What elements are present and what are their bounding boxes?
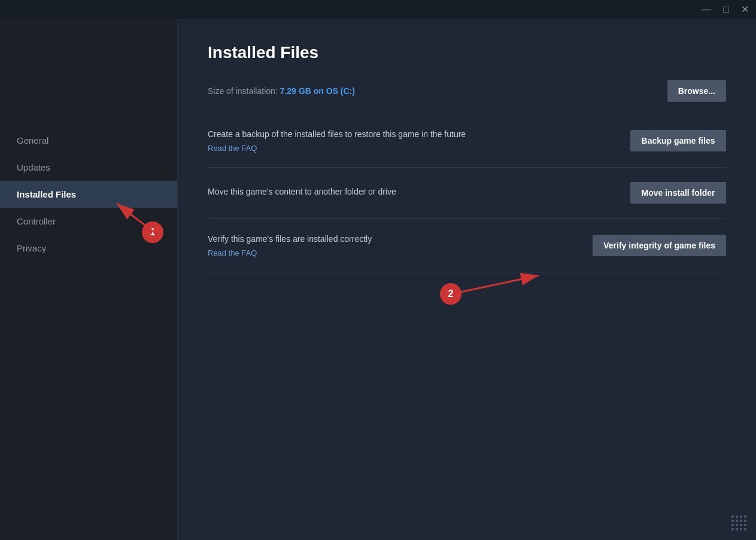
sidebar-item-general[interactable]: General — [0, 127, 177, 154]
sidebar-item-controller[interactable]: Controller — [0, 208, 177, 235]
verify-faq-link[interactable]: Read the FAQ — [208, 248, 257, 257]
page-title: Installed Files — [208, 43, 726, 62]
move-section-row: Move this game's content to another fold… — [208, 168, 726, 219]
sidebar-item-installed-files[interactable]: Installed Files — [0, 181, 177, 208]
move-section-text: Move this game's content to another fold… — [208, 186, 630, 201]
main-content: Installed Files Size of installation: 7.… — [178, 19, 756, 540]
verify-section-text: Verify this game's files are installed c… — [208, 233, 593, 257]
browse-button[interactable]: Browse... — [667, 80, 726, 102]
backup-section-text: Create a backup of the installed files t… — [208, 128, 630, 153]
minimize-button[interactable]: — — [699, 4, 714, 16]
installation-size-value: 7.29 GB on OS (C:) — [280, 86, 355, 96]
backup-game-files-button[interactable]: Backup game files — [630, 130, 726, 151]
verify-integrity-button[interactable]: Verify integrity of game files — [593, 235, 726, 256]
sidebar: General Updates Installed Files Controll… — [0, 19, 178, 540]
installation-size-label: Size of installation: 7.29 GB on OS (C:) — [208, 86, 355, 96]
verify-description: Verify this game's files are installed c… — [208, 233, 575, 245]
verify-section-row: Verify this game's files are installed c… — [208, 219, 726, 272]
move-install-folder-button[interactable]: Move install folder — [630, 182, 726, 204]
window: — □ ✕ General Updates Installed Files Co… — [0, 0, 756, 540]
backup-faq-link[interactable]: Read the FAQ — [208, 144, 257, 153]
title-bar: — □ ✕ — [0, 0, 756, 19]
installation-size-row: Size of installation: 7.29 GB on OS (C:)… — [208, 80, 726, 102]
close-button[interactable]: ✕ — [739, 4, 751, 16]
backup-description: Create a backup of the installed files t… — [208, 128, 612, 141]
content-area: General Updates Installed Files Controll… — [0, 19, 756, 540]
sidebar-item-privacy[interactable]: Privacy — [0, 235, 177, 262]
move-description: Move this game's content to another fold… — [208, 186, 612, 198]
maximize-button[interactable]: □ — [721, 4, 731, 16]
title-bar-controls: — □ ✕ — [699, 4, 751, 16]
backup-section-row: Create a backup of the installed files t… — [208, 114, 726, 168]
bottom-dots-decoration — [731, 515, 746, 530]
sidebar-item-updates[interactable]: Updates — [0, 154, 177, 181]
